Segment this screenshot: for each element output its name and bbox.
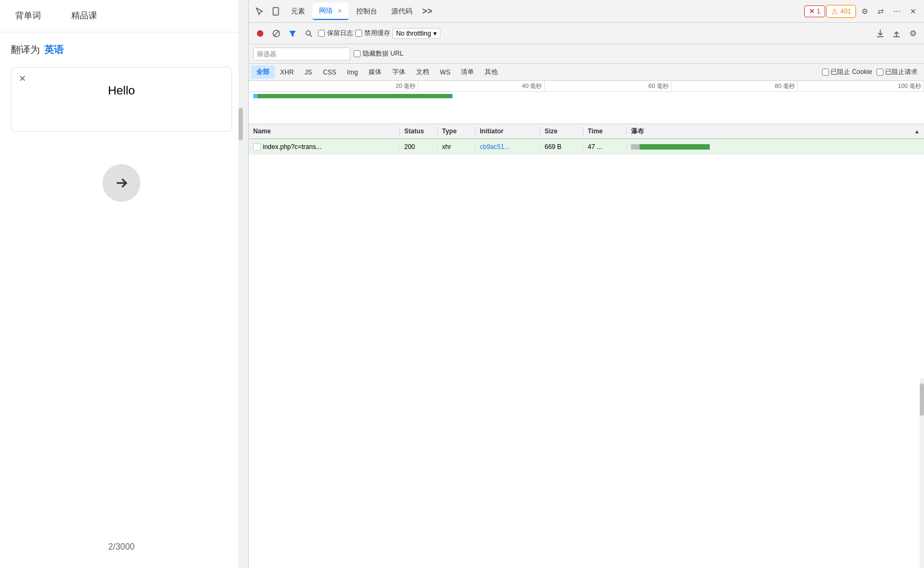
error-badge[interactable]: ✕ 1: [804, 5, 825, 17]
tab-elements[interactable]: 元素: [284, 3, 311, 19]
disable-cache-label[interactable]: 禁用缓存: [355, 29, 390, 38]
cell-type: xhr: [438, 143, 475, 151]
tab-network-close[interactable]: ✕: [337, 8, 342, 14]
col-time[interactable]: Time: [583, 127, 627, 135]
hide-url-text: 隐藏数据 URL: [363, 49, 403, 58]
preserve-log-label[interactable]: 保留日志: [318, 29, 353, 38]
disable-cache-checkbox[interactable]: [355, 30, 362, 37]
col-initiator[interactable]: Initiator: [475, 127, 540, 135]
col-size[interactable]: Size: [540, 127, 583, 135]
word-card: ✕ Hello: [11, 67, 232, 132]
svg-line-7: [310, 35, 312, 37]
tab-sources[interactable]: 源代码: [385, 3, 419, 19]
tick-100ms: 100 毫秒: [798, 81, 924, 91]
devtools-more-button[interactable]: ⋯: [889, 4, 905, 19]
nav-item-course[interactable]: 精品课: [67, 8, 101, 24]
tab-console[interactable]: 控制台: [350, 3, 384, 19]
tab-network[interactable]: 网络 ✕: [312, 3, 349, 20]
left-scrollbar[interactable]: [239, 0, 243, 568]
close-card-button[interactable]: ✕: [16, 72, 29, 85]
tick-80ms: 80 毫秒: [671, 81, 798, 91]
devtools-panel: 元素 网络 ✕ 控制台 源代码 >> ✕ 1 ⚠ 401 ⚙ ⇄ ⋯ ✕: [248, 0, 924, 568]
translate-lang: 英语: [44, 43, 64, 56]
devtools-settings-button[interactable]: ⚙: [857, 4, 872, 19]
col-waterfall[interactable]: 瀑布 ▲: [627, 127, 924, 136]
warning-icon: ⚠: [831, 7, 838, 16]
throttle-select[interactable]: No throttling ▾: [392, 28, 440, 39]
waterfall-bar-green: [640, 144, 710, 150]
timeline-ruler: 20 毫秒 40 毫秒 60 毫秒 80 毫秒 100 毫秒: [249, 81, 924, 92]
record-button[interactable]: [253, 26, 267, 40]
cursor-tool-button[interactable]: [252, 4, 267, 19]
network-settings-button[interactable]: ⚙: [906, 26, 920, 40]
row-checkbox[interactable]: [253, 143, 261, 151]
cell-waterfall: [627, 139, 924, 154]
type-tab-img[interactable]: Img: [342, 66, 363, 78]
type-tab-other[interactable]: 其他: [479, 65, 503, 79]
cell-name: index.php?c=trans...: [249, 143, 400, 151]
network-toolbar: 保留日志 禁用缓存 No throttling ▾ ⚙: [249, 23, 924, 44]
table-row[interactable]: index.php?c=trans... 200 xhr cb9ac51... …: [249, 139, 924, 154]
right-scrollbar-thumb[interactable]: [920, 383, 924, 416]
error-count: 1: [817, 8, 820, 15]
blocked-cookie-text: 已阻止 Cookie: [831, 67, 872, 77]
svg-marker-5: [289, 31, 296, 37]
blocked-cookie-label[interactable]: 已阻止 Cookie: [822, 67, 872, 77]
pagination: 2/3000: [108, 542, 135, 552]
word-text: Hello: [22, 84, 221, 98]
svg-line-4: [274, 31, 279, 36]
type-tab-font[interactable]: 字体: [387, 65, 411, 79]
warning-badge[interactable]: ⚠ 401: [826, 5, 856, 18]
svg-point-1: [275, 13, 276, 14]
more-tabs-button[interactable]: >>: [420, 4, 435, 19]
type-tab-doc[interactable]: 文档: [411, 65, 434, 79]
sort-icon: ▲: [914, 129, 920, 134]
hide-url-checkbox[interactable]: [354, 50, 361, 57]
devtools-sync-button[interactable]: ⇄: [873, 4, 888, 19]
filter-input[interactable]: [253, 48, 350, 60]
translate-label: 翻译为: [11, 43, 40, 56]
type-tab-manifest[interactable]: 清单: [456, 65, 479, 79]
throttle-chevron-icon: ▾: [433, 30, 437, 37]
import-button[interactable]: [873, 26, 887, 40]
search-button[interactable]: [302, 26, 316, 40]
type-tab-js[interactable]: JS: [299, 66, 317, 78]
blocked-cookie-checkbox[interactable]: [822, 69, 829, 76]
blocked-request-checkbox[interactable]: [877, 69, 884, 76]
type-tab-media[interactable]: 媒体: [363, 65, 387, 79]
type-tab-ws[interactable]: WS: [434, 66, 456, 78]
blocked-request-label[interactable]: 已阻止请求: [877, 67, 918, 77]
preserve-log-checkbox[interactable]: [318, 30, 325, 37]
throttle-value: No throttling: [396, 30, 431, 37]
table-header: Name Status Type Initiator Size Time 瀑布 …: [249, 124, 924, 139]
export-button[interactable]: [889, 26, 903, 40]
devtools-close-button[interactable]: ✕: [906, 4, 921, 19]
col-type[interactable]: Type: [438, 127, 475, 135]
error-icon: ✕: [809, 8, 814, 15]
nav-item-flashcard[interactable]: 背单词: [11, 8, 45, 24]
type-tab-xhr[interactable]: XHR: [275, 66, 299, 78]
tick-40ms: 40 毫秒: [418, 81, 545, 91]
waterfall-bar: [631, 143, 920, 151]
col-name[interactable]: Name: [249, 127, 400, 135]
device-toggle-button[interactable]: [268, 4, 283, 19]
filter-row: 隐藏数据 URL: [249, 44, 924, 64]
block-button[interactable]: [269, 26, 283, 40]
tick-60ms: 60 毫秒: [545, 81, 671, 91]
cell-initiator[interactable]: cb9ac51...: [475, 143, 540, 151]
timeline-area: 20 毫秒 40 毫秒 60 毫秒 80 毫秒 100 毫秒: [249, 81, 924, 124]
type-tab-css[interactable]: CSS: [317, 66, 342, 78]
col-status[interactable]: Status: [400, 127, 438, 135]
hide-url-label[interactable]: 隐藏数据 URL: [354, 49, 403, 58]
blocked-request-text: 已阻止请求: [885, 67, 918, 77]
network-table: Name Status Type Initiator Size Time 瀑布 …: [249, 124, 924, 568]
right-scrollbar[interactable]: [920, 378, 924, 568]
filter-button[interactable]: [286, 26, 300, 40]
translate-bar: 翻译为 英语: [11, 43, 232, 56]
left-scrollbar-thumb[interactable]: [239, 108, 243, 140]
next-button[interactable]: [103, 164, 140, 202]
svg-point-6: [306, 31, 310, 35]
type-tab-all[interactable]: 全部: [251, 65, 275, 79]
app-header: 背单词 精品课: [0, 0, 243, 32]
cell-time: 47 ...: [583, 143, 627, 151]
